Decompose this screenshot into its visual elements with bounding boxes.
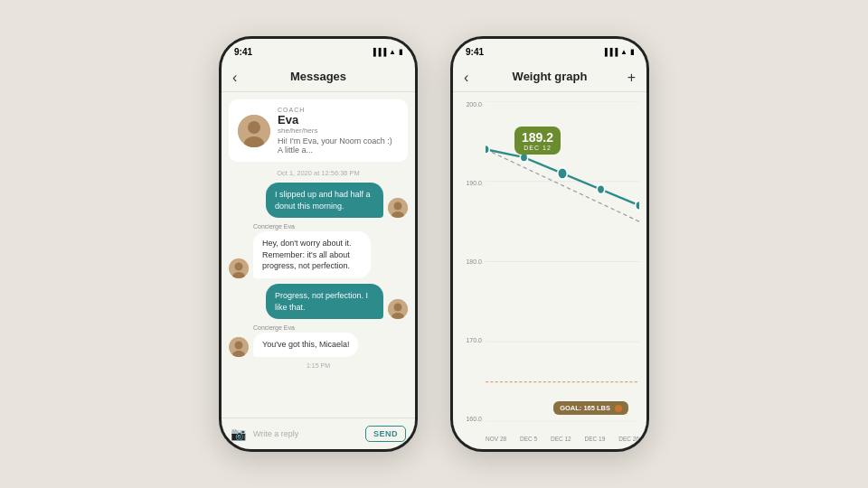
messages-footer: 📷 Write a reply SEND bbox=[222, 418, 415, 449]
message-timestamp: 1:15 PM bbox=[229, 362, 408, 369]
coach-message-2: You've got this, Micaela! bbox=[262, 340, 349, 349]
svg-point-25 bbox=[636, 201, 639, 210]
coach-preview: Hi! I'm Eva, your Noom coach :) A little… bbox=[278, 136, 399, 155]
time-2: 9:41 bbox=[466, 47, 484, 57]
y-label-200: 200.0 bbox=[457, 101, 482, 108]
wifi-icon: ▲ bbox=[389, 48, 396, 56]
weight-graph-title: Weight graph bbox=[513, 70, 588, 83]
date-divider: Oct 1, 2020 at 12:56:36 PM bbox=[229, 169, 408, 177]
y-label-180: 180.0 bbox=[457, 258, 482, 265]
phones-container: 9:41 ▐▐▐ ▲ ▮ ‹ Messages bbox=[219, 36, 649, 452]
y-label-190: 190.0 bbox=[457, 180, 482, 186]
goal-badge: GOAL: 165 LBS bbox=[553, 401, 628, 415]
user-bubble-2: Progress, not perfection. I like that. bbox=[266, 284, 383, 319]
svg-point-1 bbox=[248, 121, 260, 134]
user-message-1: I slipped up and had half a donut this m… bbox=[275, 190, 371, 211]
graph-header: ‹ Weight graph + bbox=[453, 64, 646, 92]
coach-bubble-1: Hey, don't worry about it. Remember: it'… bbox=[253, 231, 371, 278]
x-label-dec19: DEC 19 bbox=[585, 436, 606, 442]
status-bar-1: 9:41 ▐▐▐ ▲ ▮ bbox=[222, 39, 415, 64]
goal-label: GOAL: 165 LBS bbox=[560, 404, 610, 412]
signal-icon-2: ▐▐▐ bbox=[602, 48, 618, 56]
y-axis-labels: 200.0 190.0 180.0 170.0 160.0 bbox=[457, 101, 482, 422]
status-bar-2: 9:41 ▐▐▐ ▲ ▮ bbox=[453, 39, 646, 64]
messages-phone: 9:41 ▐▐▐ ▲ ▮ ‹ Messages bbox=[219, 36, 418, 452]
back-button-1[interactable]: ‹ bbox=[232, 70, 237, 86]
coach-avatar-small-1 bbox=[229, 258, 249, 278]
user-message-2: Progress, not perfection. I like that. bbox=[275, 291, 368, 312]
tooltip-date-value: DEC 12 bbox=[522, 145, 553, 151]
coach-message-1: Hey, don't worry about it. Remember: it'… bbox=[262, 239, 352, 270]
message-row-4: You've got this, Micaela! bbox=[229, 333, 408, 357]
svg-point-21 bbox=[486, 145, 489, 154]
svg-point-23 bbox=[558, 168, 568, 180]
reply-input[interactable]: Write a reply bbox=[253, 429, 358, 438]
svg-point-10 bbox=[394, 304, 402, 312]
send-button[interactable]: SEND bbox=[365, 426, 406, 442]
messages-header: ‹ Messages bbox=[222, 64, 415, 92]
battery-icon: ▮ bbox=[399, 48, 402, 56]
svg-point-7 bbox=[235, 262, 243, 270]
message-row-1: I slipped up and had half a donut this m… bbox=[229, 183, 408, 218]
signal-icon: ▐▐▐ bbox=[371, 48, 386, 56]
coach-pronoun: she/her/hers bbox=[278, 127, 399, 135]
graph-area: 200.0 190.0 180.0 170.0 160.0 bbox=[453, 92, 646, 449]
time-1: 9:41 bbox=[234, 47, 252, 57]
coach-name-label-2: Concierge Eva bbox=[253, 324, 408, 331]
goal-dot bbox=[615, 405, 622, 412]
coach-name-label-1: Concierge Eva bbox=[253, 223, 408, 230]
status-icons-2: ▐▐▐ ▲ ▮ bbox=[602, 48, 634, 56]
back-button-2[interactable]: ‹ bbox=[464, 70, 468, 86]
coach-avatar-small-2 bbox=[229, 337, 249, 357]
coach-bubble-2: You've got this, Micaela! bbox=[253, 333, 358, 357]
add-weight-button[interactable]: + bbox=[627, 70, 636, 86]
coach-card[interactable]: COACH Eva she/her/hers Hi! I'm Eva, your… bbox=[229, 99, 408, 162]
y-label-170: 170.0 bbox=[457, 337, 482, 343]
battery-icon-2: ▮ bbox=[630, 48, 634, 56]
x-label-dec5: DEC 5 bbox=[520, 436, 537, 442]
x-axis-labels: NOV 28 DEC 5 DEC 12 DEC 19 DEC 26 bbox=[486, 436, 639, 442]
user-avatar-1 bbox=[388, 198, 408, 218]
x-label-dec26: DEC 26 bbox=[618, 436, 639, 442]
user-avatar-2 bbox=[388, 299, 408, 319]
y-label-160: 160.0 bbox=[457, 416, 482, 422]
coach-name: Eva bbox=[278, 113, 399, 127]
coach-info: COACH Eva she/her/hers Hi! I'm Eva, your… bbox=[278, 107, 399, 155]
message-row-3: Progress, not perfection. I like that. bbox=[229, 284, 408, 319]
svg-point-24 bbox=[597, 185, 605, 194]
svg-point-13 bbox=[235, 341, 243, 349]
x-label-dec12: DEC 12 bbox=[551, 436, 571, 442]
user-bubble-1: I slipped up and had half a donut this m… bbox=[266, 183, 383, 218]
svg-point-4 bbox=[394, 202, 402, 211]
x-label-nov28: NOV 28 bbox=[486, 436, 506, 442]
coach-avatar bbox=[238, 115, 270, 147]
messages-body: COACH Eva she/her/hers Hi! I'm Eva, your… bbox=[222, 92, 415, 418]
messages-title: Messages bbox=[290, 70, 346, 83]
wifi-icon-2: ▲ bbox=[620, 48, 627, 56]
weight-graph-phone: 9:41 ▐▐▐ ▲ ▮ ‹ Weight graph + 200.0 190.… bbox=[450, 36, 649, 452]
weight-tooltip: 189.2 DEC 12 bbox=[514, 127, 561, 155]
weight-chart-svg bbox=[486, 101, 639, 422]
coach-label: COACH bbox=[278, 107, 399, 113]
svg-line-20 bbox=[486, 149, 639, 221]
camera-icon[interactable]: 📷 bbox=[231, 427, 246, 441]
status-icons-1: ▐▐▐ ▲ ▮ bbox=[371, 48, 402, 56]
tooltip-weight-value: 189.2 bbox=[522, 130, 553, 145]
message-row-2: Hey, don't worry about it. Remember: it'… bbox=[229, 231, 408, 278]
